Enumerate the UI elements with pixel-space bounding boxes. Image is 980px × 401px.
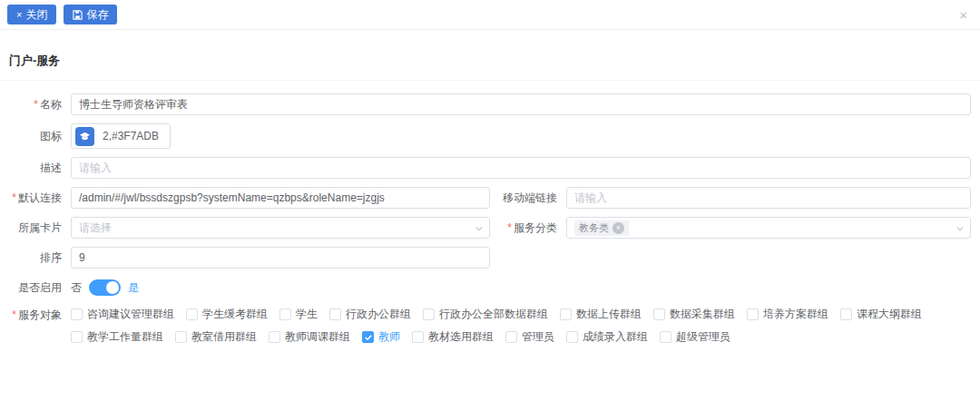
default-link-input[interactable] (71, 187, 490, 209)
close-button-label: 关闭 (25, 8, 47, 21)
icon-row: 图标 2,#3F7ADB (9, 123, 971, 149)
checkbox-icon (747, 308, 759, 320)
icon-label: 图标 (9, 125, 62, 147)
target-checkbox[interactable]: 教师调课群组 (269, 329, 350, 345)
checkbox-checked-icon (362, 331, 374, 343)
category-tag: 教务类 × (574, 220, 629, 236)
chevron-down-icon (956, 225, 964, 232)
checkbox-label: 教室借用群组 (191, 329, 257, 345)
enabled-label: 是否启用 (9, 277, 62, 298)
close-button[interactable]: × 关闭 (7, 5, 56, 24)
mobile-link-input[interactable] (566, 187, 971, 209)
target-checkbox[interactable]: 咨询建议管理群组 (71, 307, 174, 322)
target-checkbox[interactable]: 数据上传群组 (560, 307, 642, 322)
required-asterisk: * (12, 191, 16, 204)
targets-row: *服务对象 咨询建议管理群组学生缓考群组学生行政办公群组行政办公全部数据群组数据… (9, 307, 971, 345)
tag-close-icon[interactable]: × (612, 222, 624, 234)
checkbox-icon (279, 308, 291, 320)
description-row: 描述 (9, 157, 971, 179)
name-input[interactable] (71, 93, 971, 115)
enabled-row: 是否启用 否 是 (9, 277, 971, 298)
required-asterisk: * (34, 98, 38, 111)
close-icon: × (16, 10, 22, 20)
checkbox-icon (423, 308, 435, 320)
card-select-placeholder: 请选择 (79, 220, 112, 236)
sort-label: 排序 (9, 247, 62, 269)
checkbox-label: 成绩录入群组 (583, 329, 648, 345)
icon-value: 2,#3F7ADB (103, 130, 159, 142)
target-checkbox[interactable]: 管理员 (505, 329, 554, 345)
checkbox-label: 教师 (378, 329, 400, 345)
window-close-icon[interactable]: × (959, 8, 967, 22)
checkbox-label: 管理员 (522, 329, 554, 345)
checkbox-label: 数据上传群组 (576, 307, 642, 322)
category-label: *服务分类 (490, 217, 557, 239)
checkbox-icon (71, 308, 83, 320)
page-title: 门户-服务 (9, 54, 60, 67)
links-row: *默认连接 移动端链接 (9, 187, 971, 209)
checkbox-icon (505, 331, 517, 343)
category-select[interactable]: 教务类 × (566, 217, 971, 239)
target-checkbox[interactable]: 教师 (362, 329, 400, 345)
target-checkbox[interactable]: 培养方案群组 (747, 307, 828, 322)
target-checkbox[interactable]: 行政办公群组 (329, 307, 411, 322)
switch-off-label: 否 (71, 280, 82, 296)
checkbox-icon (840, 308, 852, 320)
target-checkbox[interactable]: 学生 (279, 307, 318, 322)
targets-label: *服务对象 (9, 307, 62, 322)
description-input[interactable] (71, 157, 971, 179)
chevron-down-icon (475, 225, 483, 232)
switch-on-label: 是 (128, 280, 139, 296)
enabled-toggle[interactable] (89, 279, 121, 296)
icon-picker[interactable]: 2,#3F7ADB (71, 123, 171, 149)
checkbox-label: 数据采集群组 (670, 307, 735, 322)
target-checkbox[interactable]: 教室借用群组 (175, 329, 257, 345)
save-button-label: 保存 (86, 8, 108, 21)
toggle-knob (106, 281, 119, 294)
checkbox-label: 课程大纲群组 (857, 307, 922, 322)
target-checkbox[interactable]: 教材选用群组 (412, 329, 494, 345)
checkbox-icon (412, 331, 424, 343)
default-link-label: *默认连接 (9, 187, 62, 209)
required-asterisk: * (507, 221, 512, 234)
required-asterisk: * (12, 308, 16, 321)
checkbox-icon (653, 308, 665, 320)
checkbox-label: 行政办公群组 (346, 307, 411, 322)
checkbox-label: 学生缓考群组 (202, 307, 268, 322)
target-checkbox[interactable]: 课程大纲群组 (840, 307, 922, 322)
checkbox-label: 教师调课群组 (285, 329, 350, 345)
target-checkbox[interactable]: 行政办公全部数据群组 (423, 307, 548, 322)
save-button[interactable]: 保存 (64, 5, 117, 24)
card-select[interactable]: 请选择 (71, 217, 490, 239)
toolbar: × 关闭 保存 (0, 0, 980, 30)
checkbox-label: 教材选用群组 (428, 329, 494, 345)
description-label: 描述 (9, 157, 62, 179)
sort-row: 排序 (9, 247, 971, 269)
checkbox-label: 咨询建议管理群组 (87, 307, 174, 322)
name-label: *名称 (9, 93, 62, 115)
checkbox-icon (175, 331, 187, 343)
checkbox-icon (186, 308, 198, 320)
checkbox-icon (269, 331, 280, 343)
checkbox-label: 行政办公全部数据群组 (439, 307, 548, 322)
target-checkbox[interactable]: 超级管理员 (660, 329, 730, 345)
target-checkbox[interactable]: 教学工作量群组 (71, 329, 163, 345)
checkbox-icon (660, 331, 671, 343)
sort-input[interactable] (71, 247, 490, 269)
save-icon (73, 10, 83, 20)
mobile-link-label: 移动端链接 (490, 187, 557, 209)
checkbox-label: 学生 (296, 307, 318, 322)
checkbox-icon (560, 308, 572, 320)
checkbox-label: 超级管理员 (676, 329, 730, 345)
card-label: 所属卡片 (9, 217, 62, 239)
checkbox-icon (329, 308, 341, 320)
category-tag-label: 教务类 (579, 222, 609, 233)
target-checkbox[interactable]: 学生缓考群组 (186, 307, 268, 322)
target-checkbox[interactable]: 数据采集群组 (653, 307, 735, 322)
targets-checkbox-group: 咨询建议管理群组学生缓考群组学生行政办公群组行政办公全部数据群组数据上传群组数据… (71, 307, 971, 345)
checkbox-icon (71, 331, 83, 343)
target-checkbox[interactable]: 成绩录入群组 (566, 329, 648, 345)
checkbox-icon (566, 331, 578, 343)
service-icon (75, 127, 94, 146)
service-form: *名称 图标 2,#3F7ADB 描述 *默认连接 (0, 81, 980, 345)
